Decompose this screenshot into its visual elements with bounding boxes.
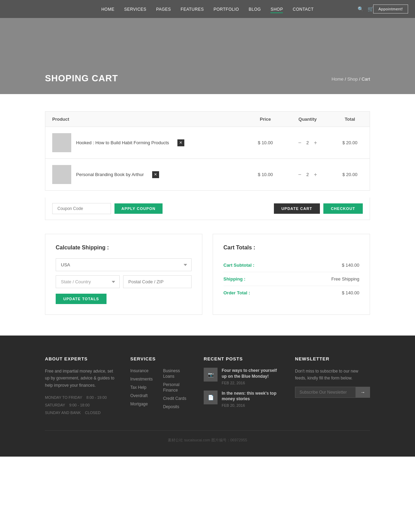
checkout-button[interactable]: CHECKOUT [323,203,363,214]
nav-item-shop[interactable]: SHOP [270,6,283,12]
footer-services: SERVICES Insurance Investments Tax Help … [130,356,190,416]
list-item[interactable]: Credit Cards [163,395,190,401]
list-item[interactable]: Insurance [130,368,153,373]
qty-increase-button[interactable]: + [314,140,317,146]
post-thumbnail: 📷 [204,368,218,382]
nav-item-contact[interactable]: CONTACT [293,6,314,12]
list-item[interactable]: Mortgage [130,401,153,406]
totals-row-order: Order Total : $ 140.00 [223,286,359,300]
product-total: $ 20.00 [330,127,370,159]
quantity-control: − 2 + [292,140,323,146]
image-icon: 📷 [208,372,214,377]
newsletter-form: → [295,387,370,398]
nav-item-home[interactable]: HOME [101,6,114,12]
recent-post-item: 📄 In the news: this week's top money sto… [204,391,281,408]
update-totals-button[interactable]: UPDATE TOTALS [56,294,107,304]
product-thumbnail [52,133,71,152]
page-title: SHOPING CART [45,73,370,84]
country-select[interactable]: USA [56,258,192,271]
apply-coupon-button[interactable]: APPLY COUPON [114,203,163,214]
newsletter-input[interactable] [295,387,356,398]
list-item[interactable]: Investments [130,376,153,382]
nav-item-pages[interactable]: PAGES [156,6,171,12]
search-icon[interactable]: 🔍 [358,6,363,12]
breadcrumb-shop[interactable]: Shop [347,76,358,82]
footer-grid: ABOUT EXPERTS Free and impartial money a… [45,356,370,416]
table-row: Personal Branding Book by Arthur ✕ $ 10.… [45,159,370,191]
quantity-control: − 2 + [292,172,323,177]
document-icon: 📄 [208,395,214,400]
services-list-2: Business Loans Personal Finance Credit C… [163,368,190,412]
appointment-button[interactable]: Appointment! [373,4,408,13]
list-item[interactable]: Business Loans [163,368,190,379]
remove-item-button[interactable]: ✕ [152,171,159,178]
navbar: HOME SERVICES PAGES FEATURES PORTFOLIO B… [0,0,415,18]
remove-item-button[interactable]: ✕ [177,139,184,146]
order-total-label: Order Total : [223,290,250,295]
breadcrumb-home[interactable]: Home [332,76,344,82]
hours-row: SATURDAY 9:00 - 18:00 [45,401,117,409]
state-select[interactable]: State / Country [56,275,120,288]
nav-item-services[interactable]: SERVICES [124,6,146,12]
table-row: Hooked : How to Build Habit Forming Prod… [45,127,370,159]
footer-about-desc: Free and impartial money advice, set up … [45,368,117,389]
totals-row-subtotal: Cart Subtotal : $ 140.00 [223,258,359,272]
hours-row: MONDAY TO FRIDAY 8:00 - 19:00 [45,394,117,401]
footer-services-title: SERVICES [130,356,190,361]
cart-button-area: UPDATE CART CHECKOUT [274,203,363,214]
cart-icon[interactable]: 🛒 [368,6,374,12]
coupon-input[interactable] [52,203,111,214]
services-list-1: Insurance Investments Tax Help Overdraft… [130,368,153,412]
zip-input[interactable] [123,275,192,288]
col-total: Total [330,112,370,127]
newsletter-desc: Don't miss to subscribe to our new feeds… [295,368,370,382]
nav-links: HOME SERVICES PAGES FEATURES PORTFOLIO B… [101,6,314,12]
nav-item-features[interactable]: FEATURES [181,6,204,12]
footer-about-title: ABOUT EXPERTS [45,356,117,361]
footer-newsletter-title: NEWSLETTER [295,356,370,361]
product-name: Personal Branding Book by Arthur [76,172,144,177]
footer-posts-title: RECENT POSTS [204,356,281,361]
col-product: Product [45,112,246,127]
hours-row: SUNDAY AND BANK CLOSED [45,409,117,416]
post-info: In the news: this week's top money stori… [222,391,281,408]
footer-recent-posts: RECENT POSTS 📷 Four ways to cheer yourse… [204,356,281,416]
nav-icons: 🔍 🛒 [358,6,374,12]
post-info: Four ways to cheer yourself up on the Bl… [222,368,281,385]
qty-decrease-button[interactable]: − [298,140,301,146]
update-cart-button[interactable]: UPDATE CART [274,203,320,214]
qty-increase-button[interactable]: + [314,172,317,177]
list-item[interactable]: Deposits [163,404,190,409]
footer-about: ABOUT EXPERTS Free and impartial money a… [45,356,117,416]
post-title[interactable]: In the news: this week's top money stori… [222,391,281,402]
cart-table: Product Price Quantity Total Hooked : Ho… [45,111,370,191]
list-item[interactable]: Overdraft [130,393,153,398]
newsletter-submit-button[interactable]: → [356,387,370,398]
hero-section: SHOPING CART Home / Shop / Cart [0,18,415,94]
shipping-value: Free Shipping [331,276,359,282]
post-date: FEB 20, 2016 [222,403,281,407]
footer-newsletter: NEWSLETTER Don't miss to subscribe to ou… [295,356,370,416]
nav-item-portfolio[interactable]: PORTFOLIO [213,6,239,12]
qty-decrease-button[interactable]: − [298,172,301,177]
shipping-box: Calculate Shipping : USA State / Country… [45,234,202,315]
totals-row-shipping: Shipping : Free Shipping [223,272,359,286]
shipping-row: State / Country [56,275,192,288]
list-item[interactable]: Tax Help [130,384,153,390]
col-price: Price [246,112,285,127]
watermark: 素材公社 sucaisucai.com 图片编号：06972955 [45,430,370,443]
cart-actions: APPLY COUPON UPDATE CART CHECKOUT [45,198,370,220]
footer: ABOUT EXPERTS Free and impartial money a… [0,336,415,457]
product-price: $ 10.00 [246,127,285,159]
shipping-label: Shipping : [223,276,246,282]
post-title[interactable]: Four ways to cheer yourself up on the Bl… [222,368,281,379]
breadcrumb: Home / Shop / Cart [332,76,370,82]
product-total: $ 20.00 [330,159,370,191]
list-item[interactable]: Personal Finance [163,382,190,393]
qty-value: 2 [304,140,311,145]
product-price: $ 10.00 [246,159,285,191]
product-thumbnail [52,165,71,184]
coupon-area: APPLY COUPON [52,203,163,214]
nav-item-blog[interactable]: BLOG [249,6,261,12]
bottom-section: Calculate Shipping : USA State / Country… [45,234,370,315]
